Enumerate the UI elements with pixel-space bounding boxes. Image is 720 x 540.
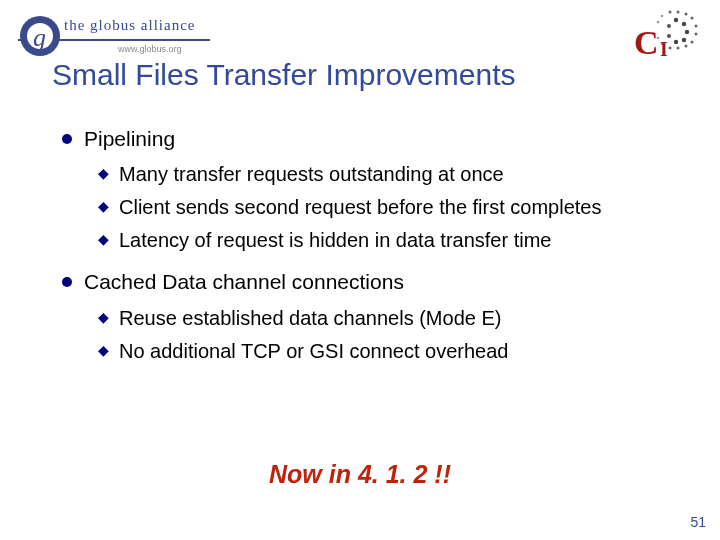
ci-i-letter: I xyxy=(660,38,668,60)
sub-bullet: ◆ Many transfer requests outstanding at … xyxy=(98,159,662,190)
ci-c-letter: C xyxy=(634,24,659,61)
arrow-icon: ◆ xyxy=(98,231,109,247)
svg-point-17 xyxy=(674,18,678,22)
ci-logo-svg: C I xyxy=(632,6,706,62)
slide-title: Small Files Transfer Improvements xyxy=(52,58,515,92)
sub-bullet-text: Latency of request is hidden in data tra… xyxy=(119,225,551,256)
sub-bullet-text: Many transfer requests outstanding at on… xyxy=(119,159,504,190)
svg-point-23 xyxy=(667,24,671,28)
svg-point-5 xyxy=(685,13,688,16)
arrow-icon: ◆ xyxy=(98,309,109,325)
sub-bullet-text: Client sends second request before the f… xyxy=(119,192,601,223)
globus-logo: g the globus alliance www.globus.org xyxy=(10,8,210,62)
header: g the globus alliance www.globus.org xyxy=(0,0,720,60)
bullet-label: Cached Data channel connections xyxy=(84,268,404,296)
svg-point-12 xyxy=(669,47,672,50)
svg-point-20 xyxy=(682,38,686,42)
bullet-dot-icon xyxy=(62,134,72,144)
svg-point-21 xyxy=(674,40,678,44)
svg-point-4 xyxy=(677,11,680,14)
svg-point-9 xyxy=(691,41,694,44)
sub-bullet-text: No additional TCP or GSI connect overhea… xyxy=(119,336,509,367)
bullet-pipelining: Pipelining xyxy=(62,125,662,153)
svg-point-6 xyxy=(691,17,694,20)
arrow-icon: ◆ xyxy=(98,342,109,358)
globus-g-letter: g xyxy=(33,23,46,52)
svg-point-19 xyxy=(685,30,689,34)
globus-text: the globus alliance xyxy=(64,17,195,33)
sub-bullet: ◆ Reuse established data channels (Mode … xyxy=(98,303,662,334)
svg-point-18 xyxy=(682,22,686,26)
svg-point-13 xyxy=(661,15,664,18)
slide: g the globus alliance www.globus.org xyxy=(0,0,720,540)
sub-bullet-text: Reuse established data channels (Mode E) xyxy=(119,303,501,334)
globus-logo-svg: g the globus alliance www.globus.org xyxy=(10,8,210,58)
bullet-cached: Cached Data channel connections xyxy=(62,268,662,296)
globus-url: www.globus.org xyxy=(117,44,182,54)
arrow-icon: ◆ xyxy=(98,198,109,214)
svg-point-3 xyxy=(669,11,672,14)
svg-point-14 xyxy=(657,21,660,24)
svg-point-10 xyxy=(685,45,688,48)
arrow-icon: ◆ xyxy=(98,165,109,181)
page-number: 51 xyxy=(690,514,706,530)
spacer xyxy=(62,258,662,268)
sub-bullet: ◆ No additional TCP or GSI connect overh… xyxy=(98,336,662,367)
sub-bullet: ◆ Client sends second request before the… xyxy=(98,192,662,223)
svg-point-11 xyxy=(677,47,680,50)
ci-logo: C I xyxy=(632,6,706,66)
callout-text: Now in 4. 1. 2 !! xyxy=(0,460,720,489)
svg-point-7 xyxy=(695,25,698,28)
content-body: Pipelining ◆ Many transfer requests outs… xyxy=(62,125,662,369)
bullet-label: Pipelining xyxy=(84,125,175,153)
svg-point-8 xyxy=(695,33,698,36)
sub-bullet: ◆ Latency of request is hidden in data t… xyxy=(98,225,662,256)
bullet-dot-icon xyxy=(62,277,72,287)
